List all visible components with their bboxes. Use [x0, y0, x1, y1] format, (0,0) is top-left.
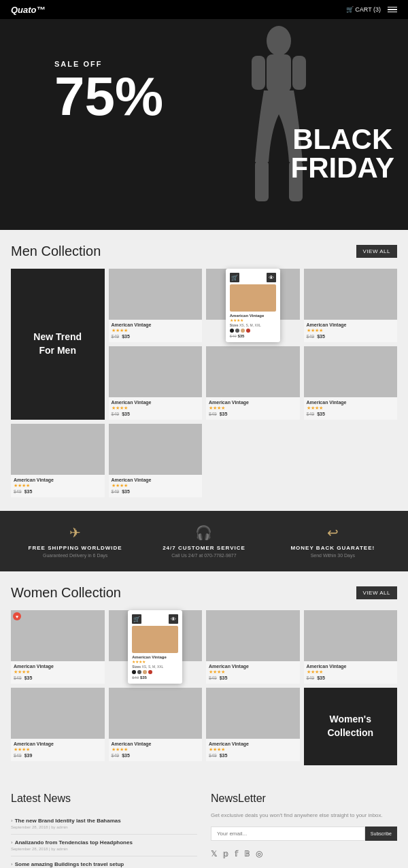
newsletter-form: Subscribe: [211, 827, 397, 841]
men-product-card-5[interactable]: American Vintage ★★★★ $49 $35: [206, 346, 300, 420]
color-dot-gray[interactable]: [235, 329, 239, 333]
women-product-popup: 🛒 👁 American Vintage ★★★★ Sizes XS, S, M…: [128, 610, 182, 684]
latest-news: Latest News › The new Brand Identity las…: [11, 792, 197, 868]
women-color-dot-gray[interactable]: [137, 670, 141, 674]
popup-cart-button[interactable]: 🛒: [230, 273, 239, 282]
men-large-card-text: New TrendFor Men: [33, 331, 82, 357]
women-color-dot-black[interactable]: [132, 670, 136, 674]
product-image-5: [206, 346, 300, 397]
newsletter-section: NewsLetter Get exclusive deals you won't…: [211, 792, 397, 868]
news-bullet-3: ›: [11, 861, 13, 867]
women-product-popup-card[interactable]: 🛒 👁 American Vintage ★★★★ Sizes XS, S, M…: [109, 610, 203, 684]
women-section-title: Women Collection: [11, 585, 121, 601]
women-product-image-7: [206, 688, 300, 739]
menu-button[interactable]: [388, 7, 397, 13]
behance-icon[interactable]: 𝔹: [244, 849, 250, 858]
women-product-card-6[interactable]: American Vintage ★★★★ $49 $35: [109, 688, 203, 761]
product-image-6: [304, 346, 398, 397]
feature-shipping: ✈ FREE SHIPPING WORLDWIDE Guaranteed Del…: [11, 524, 139, 558]
headphone-icon: 🎧: [139, 524, 268, 541]
men-product-card-4[interactable]: American Vintage ★★★★ $49 $35: [109, 346, 203, 420]
men-product-card-8[interactable]: American Vintage ★★★★ $49 $35: [109, 424, 203, 497]
women-large-card: Women'sCollection: [304, 688, 398, 765]
svg-point-0: [267, 26, 291, 56]
news-item-3: › Some amazing Buildings tech travel set…: [11, 856, 197, 868]
product-info-1: American Vintage ★★★★ $49 $35: [109, 320, 203, 342]
hero-percent: 75%: [54, 69, 163, 124]
social-icons: 𝕏 𝕡 𝕗 𝔹 ◎: [211, 849, 397, 858]
product-image-7: [11, 424, 105, 475]
newsletter-title: NewsLetter: [211, 792, 397, 805]
news-bullet-1: ›: [11, 818, 13, 824]
women-product-card-4[interactable]: American Vintage ★★★★ $49 $35: [304, 610, 398, 684]
product-image-4: [109, 346, 203, 397]
men-product-card-3[interactable]: American Vintage ★★★★ $49 $35: [304, 269, 398, 342]
news-meta-1: September 28, 2018 | by admin: [11, 825, 197, 829]
return-icon: ↩: [269, 524, 397, 541]
popup-product-image: [230, 284, 276, 312]
product-popup: 🛒 👁 American Vintage ★★★★ Sizes XS, S, M…: [226, 269, 280, 342]
newsletter-email-input[interactable]: [211, 827, 365, 841]
women-product-card-7[interactable]: American Vintage ★★★★ $49 $35: [206, 688, 300, 761]
women-popup-cart-button[interactable]: 🛒: [132, 614, 141, 624]
bottom-section: Latest News › The new Brand Identity las…: [0, 779, 408, 868]
men-product-popup-card[interactable]: 🛒 👁 American Vintage ★★★★ Sizes XS, S, M…: [206, 269, 300, 342]
women-popup-actions: 🛒 👁: [132, 614, 178, 624]
facebook-icon[interactable]: 𝕗: [235, 849, 239, 858]
news-link-2[interactable]: Analizando from Tendencias top Headphone…: [15, 839, 133, 846]
women-popup-product-image: [132, 626, 178, 653]
svg-rect-1: [267, 54, 291, 92]
hero-text: SALE OFF 75%: [54, 60, 163, 124]
men-product-card-6[interactable]: American Vintage ★★★★ $49 $35: [304, 346, 398, 420]
shipping-icon: ✈: [11, 524, 139, 541]
women-product-image-3: [206, 610, 300, 661]
feature-customer-service: 🎧 24/7 CUSTOMER SERVICE Call Us 24/7 at …: [139, 524, 268, 558]
men-view-all-button[interactable]: VIEW ALL: [356, 245, 397, 258]
news-link-1[interactable]: The new Brand Identity last the Bahamas: [15, 818, 121, 824]
hero-black-friday: BLACK FRIDAY: [291, 125, 394, 182]
women-product-card-3[interactable]: American Vintage ★★★★ $49 $35: [206, 610, 300, 684]
hero-banner: SALE OFF 75% BLACK FRIDAY: [0, 19, 408, 230]
color-dot-black[interactable]: [230, 329, 234, 333]
news-meta-2: September 28, 2018 | by admin: [11, 847, 197, 851]
women-color-dot-red[interactable]: [148, 670, 152, 674]
women-section-header: Women Collection VIEW ALL: [11, 585, 397, 601]
men-product-grid: New TrendFor Men American Vintage ★★★★ $…: [11, 269, 397, 497]
news-title: Latest News: [11, 792, 197, 805]
popup-actions: 🛒 👁: [230, 273, 276, 282]
men-product-card-1[interactable]: American Vintage ★★★★ $49 $35: [109, 269, 203, 342]
women-color-dot-tan[interactable]: [143, 670, 147, 674]
women-product-grid: ♥ American Vintage ★★★★ $49 $35: [11, 610, 397, 765]
news-link-3[interactable]: Some amazing Buildings tech travel setup: [15, 861, 124, 867]
newsletter-desc: Get exclusive deals you won't find anywh…: [211, 812, 397, 820]
men-collection-section: Men Collection VIEW ALL New TrendFor Men…: [0, 230, 408, 511]
header-right: 🛒 CART (3): [346, 6, 397, 13]
women-product-image-6: [109, 688, 203, 739]
men-large-card: New TrendFor Men: [11, 269, 105, 420]
popup-colors: [230, 329, 276, 333]
feature-money-back: ↩ MONEY BACK GUARATEE! Send Within 30 Da…: [269, 524, 397, 558]
women-view-all-button[interactable]: VIEW ALL: [356, 586, 397, 599]
women-product-card-5[interactable]: American Vintage ★★★★ $49 $39: [11, 688, 105, 761]
women-product-image-1: ♥: [11, 610, 105, 661]
svg-rect-3: [292, 56, 306, 90]
women-large-card-text: Women'sCollection: [327, 713, 373, 739]
subscribe-button[interactable]: Subscribe: [365, 827, 397, 841]
cart-icon[interactable]: 🛒 CART (3): [346, 6, 381, 13]
product-image-8: [109, 424, 203, 475]
twitter-icon[interactable]: 𝕏: [211, 849, 218, 858]
women-popup-eye-button[interactable]: 👁: [169, 614, 178, 624]
pinterest-icon[interactable]: 𝕡: [223, 849, 229, 858]
popup-eye-button[interactable]: 👁: [267, 273, 276, 282]
women-product-image-4: [304, 610, 398, 661]
men-product-card-7[interactable]: American Vintage ★★★★ $49 $35: [11, 424, 105, 497]
color-dot-tan[interactable]: [241, 329, 245, 333]
news-item-1: › The new Brand Identity last the Bahama…: [11, 813, 197, 835]
women-product-card-1[interactable]: ♥ American Vintage ★★★★ $49 $35: [11, 610, 105, 684]
men-section-title: Men Collection: [11, 244, 101, 259]
women-product-image-5: [11, 688, 105, 739]
logo[interactable]: Quato™: [11, 5, 46, 15]
men-section-header: Men Collection VIEW ALL: [11, 244, 397, 259]
instagram-icon[interactable]: ◎: [256, 849, 262, 858]
color-dot-red[interactable]: [246, 329, 250, 333]
